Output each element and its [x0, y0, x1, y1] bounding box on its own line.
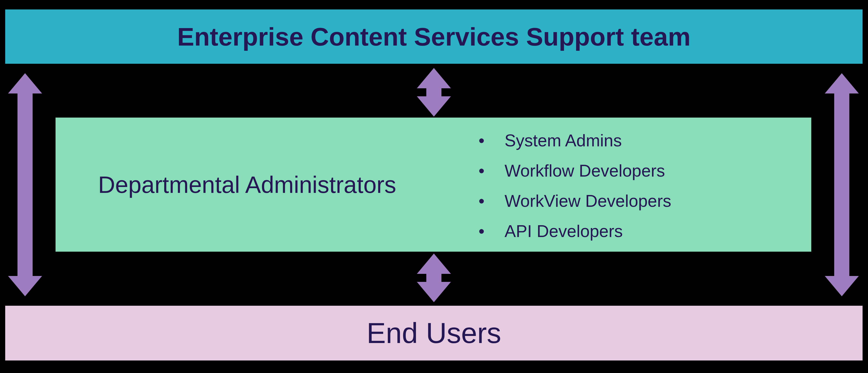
arrow-top-to-bottom-right-icon: [834, 90, 849, 280]
decorative-notch: [452, 90, 467, 96]
middle-tier-bullets: System Admins Workflow Developers WorkVi…: [478, 123, 811, 246]
middle-tier-box: Departmental Administrators System Admin…: [56, 117, 811, 252]
top-tier-label: Enterprise Content Services Support team: [177, 22, 691, 52]
top-tier-box: Enterprise Content Services Support team: [5, 9, 863, 64]
arrow-top-to-middle-icon: [426, 84, 441, 100]
list-item: System Admins: [478, 125, 811, 156]
list-item: API Developers: [478, 216, 811, 246]
list-item: WorkView Developers: [478, 186, 811, 216]
arrow-middle-to-bottom-icon: [426, 270, 441, 286]
decorative-notch: [401, 275, 416, 281]
decorative-notch: [401, 90, 416, 96]
bottom-tier-box: End Users: [5, 306, 863, 361]
bottom-tier-label: End Users: [367, 316, 501, 350]
arrow-top-to-bottom-left-icon: [18, 90, 33, 280]
list-item: Workflow Developers: [478, 156, 811, 186]
middle-tier-title: Departmental Administrators: [56, 171, 478, 198]
decorative-notch: [452, 275, 467, 281]
